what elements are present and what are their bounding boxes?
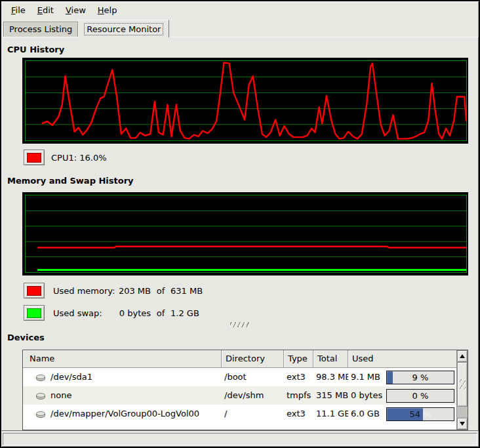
device-total: 315 MB [313,386,348,405]
memory-history-title: Memory and Swap History [7,176,478,186]
column-header-used[interactable]: Used [348,350,456,368]
cpu-legend: CPU1: 16.0% [24,150,478,165]
column-header-total[interactable]: Total [313,350,348,368]
swap-legend-label: Used swap: [53,308,117,318]
usage-percent-label: 9 % [387,371,454,384]
harddisk-icon [35,390,46,401]
swap-of-label: of [151,308,170,318]
vertical-scrollbar [456,350,468,430]
device-type: ext3 [284,405,313,423]
swap-used-value: 0 bytes [117,308,151,318]
memory-legend: Used memory: 203 MB of 631 MB [24,283,478,298]
swap-total-value: 1.2 GB [170,308,199,318]
table-empty-space [23,423,456,430]
tab-resource-monitor[interactable]: Resource Monitor [78,20,169,37]
swap-color-swatch [27,308,41,318]
menu-edit[interactable]: Edit [31,3,60,17]
device-total: 11.1 GB [313,405,348,423]
memory-total-value: 631 MB [170,286,203,296]
device-directory: /dev/shm [222,386,284,405]
column-header-name[interactable]: Name [23,350,222,368]
arrow-down-icon [460,422,465,426]
usage-progress-bar: 54 % 54 % [386,407,454,421]
device-directory: / [222,405,284,423]
cpu-history-graph [22,58,468,144]
menu-file[interactable]: File [5,3,31,17]
cpu-history-plot [25,60,467,141]
usage-percent-label-filled: 54 % [387,408,423,420]
devices-table-header: Name Directory Type Total Used [23,350,456,368]
menu-help[interactable]: Help [92,3,123,17]
memory-swap-graph [22,192,468,275]
usage-progress-bar: 9 % 9 % [386,371,454,384]
device-type: ext3 [284,368,313,386]
scrollbar-down-button[interactable] [457,418,468,430]
scrollbar-up-button[interactable] [457,350,468,362]
notebook-tabbar: Process Listing Resource Monitor [1,19,479,37]
device-name: /dev/mapper/VolGroup00-LogVol00 [50,405,199,423]
usage-percent-label: 0 % [387,390,454,402]
harddisk-icon [35,409,46,419]
memory-color-swatch [27,286,41,296]
devices-table: Name Directory Type Total Used /dev/sda1… [22,350,468,430]
menubar: File Edit View Help [1,1,479,19]
memory-used-value: 203 MB [117,286,151,296]
usage-progress-fill: 54 % [387,408,423,420]
system-monitor-window: File Edit View Help Process Listing Reso… [0,0,480,448]
usage-progress-fill: 9 % [387,371,393,384]
column-header-directory[interactable]: Directory [222,350,284,368]
paned-resize-grip[interactable] [230,322,250,327]
cpu-color-button[interactable] [24,150,45,165]
usage-percent-label-filled: 9 % [387,371,393,384]
scrollbar-track[interactable] [457,407,468,418]
device-directory: /boot [222,368,284,386]
device-name: /dev/sda1 [50,368,92,386]
memory-of-label: of [151,286,170,296]
swap-color-button[interactable] [24,305,45,321]
scrollbar-thumb[interactable] [457,362,468,407]
memory-legend-label: Used memory: [53,286,117,296]
usage-progress-bar: 0 % 0 % [386,389,454,403]
cpu-color-swatch [27,153,41,163]
device-used: 0 bytes [351,386,382,405]
devices-title: Devices [7,333,478,343]
memory-swap-plot [25,195,467,273]
devices-table-main: Name Directory Type Total Used /dev/sda1… [23,350,456,430]
cpu-history-title: CPU History [7,45,478,55]
device-total: 98.3 MB [313,368,348,386]
table-row[interactable]: none /dev/shm tmpfs 315 MB 0 bytes 0 % 0… [23,386,456,405]
menu-view[interactable]: View [60,3,92,17]
statusbar [3,433,477,445]
device-type: tmpfs [284,386,313,405]
memory-color-button[interactable] [24,283,45,298]
cpu-legend-label: CPU1: 16.0% [51,153,107,163]
swap-legend: Used swap: 0 bytes of 1.2 GB [24,305,478,321]
scrollbar-grip-icon [460,379,466,390]
device-name: none [50,386,71,405]
device-used: 6.0 GB [351,405,380,423]
column-header-type[interactable]: Type [284,350,313,368]
arrow-up-icon [460,354,465,358]
table-row[interactable]: /dev/mapper/VolGroup00-LogVol00 / ext3 1… [23,405,456,423]
device-used: 9.1 MB [351,368,380,386]
tab-process-listing[interactable]: Process Listing [3,22,78,37]
table-row[interactable]: /dev/sda1 /boot ext3 98.3 MB 9.1 MB 9 % … [23,368,456,386]
resource-monitor-page: CPU History CPU1: 16.0% Memory and Swap … [1,37,479,431]
harddisk-icon [35,372,46,382]
